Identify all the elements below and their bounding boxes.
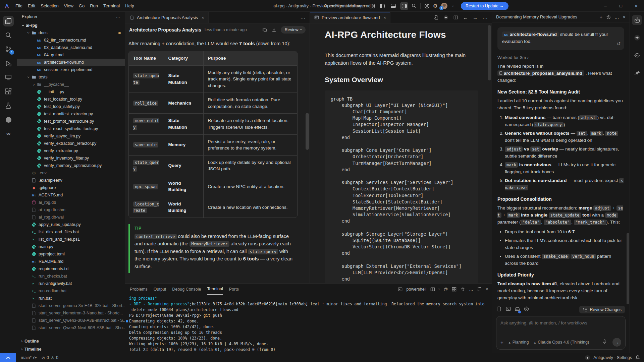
file-tree-item-test-react-synthetic-tools-py[interactable]: test_react_synthetic_tools.py: [17, 125, 125, 132]
launch-profile-chevron-icon[interactable]: ›: [437, 289, 441, 290]
preview-scrollbar[interactable]: [488, 25, 491, 80]
tab-close-icon[interactable]: ×: [383, 15, 386, 20]
maximize-button[interactable]: □: [613, 0, 629, 12]
terminal-tool-icon[interactable]: [506, 306, 511, 313]
close-agent-panel-icon[interactable]: ×: [623, 14, 626, 20]
preview-more-actions-icon[interactable]: …: [482, 14, 488, 20]
file-tree-item--env[interactable]: ⚙.env: [17, 169, 125, 177]
panel-more-actions-icon[interactable]: …: [469, 287, 473, 292]
copy-icon[interactable]: [262, 27, 267, 33]
menu-terminal[interactable]: Terminal: [101, 2, 122, 10]
close-window-button[interactable]: ×: [629, 0, 644, 12]
toggle-sidebar-left-icon[interactable]: [378, 2, 386, 10]
file-tree-item-start-server-nemotron-3-nano-bat-shortc-[interactable]: start_server_Nemotron-3-Nano.bat - Short…: [17, 309, 125, 317]
gem-agent-icon[interactable]: [443, 15, 448, 20]
file-tree-item--init-py[interactable]: __init__.py: [17, 88, 125, 96]
file-tree-item-verify-memory-optimization-py[interactable]: verify_memory_optimization.py: [17, 162, 125, 169]
add-context-icon[interactable]: +: [500, 340, 503, 345]
file-tree-item--gitignore[interactable]: ◆.gitignore: [17, 184, 125, 191]
run-debug-activity-icon[interactable]: [2, 56, 14, 70]
file-tree-item-ai-rpg-db-shm[interactable]: ai_rpg.db-shm: [17, 206, 125, 214]
panel-tab-debug-console[interactable]: Debug Console: [172, 284, 201, 295]
toggle-sidebar-right-icon[interactable]: [400, 2, 408, 10]
file-tree-item-verify-inventory-filter-py[interactable]: verify_inventory_filter.py: [17, 155, 125, 162]
send-button[interactable]: →: [612, 338, 621, 347]
file-tree-item-pyproject-toml[interactable]: pyproject.toml: [17, 250, 125, 258]
browser-icon[interactable]: [424, 3, 430, 9]
extension-infinity-icon[interactable]: ∞: [2, 127, 14, 141]
document-scrollbar[interactable]: [306, 113, 309, 150]
file-tree-item-run-bat[interactable]: >_run.bat: [17, 295, 125, 302]
menu-selection[interactable]: Selection: [38, 2, 61, 10]
restart-to-update-button[interactable]: Restart to Update →: [461, 2, 508, 10]
minimize-button[interactable]: –: [598, 0, 613, 12]
outline-section[interactable]: › Outline: [17, 337, 125, 345]
open-agent-manager-button[interactable]: Open Agent Manager: [324, 3, 365, 8]
antigravity-settings-label[interactable]: Antigravity - Settings: [593, 355, 632, 360]
agent-more-actions-icon[interactable]: …: [614, 14, 619, 20]
review-button[interactable]: Review›: [281, 26, 306, 34]
agent-input-box[interactable]: + ▲Planning ▲Claude Opus 4.6 (Thinking) …: [496, 316, 626, 350]
history-icon[interactable]: [606, 15, 611, 19]
model-selector[interactable]: ▲Claude Opus 4.6 (Thinking): [533, 340, 589, 345]
tab-architecture-proposals-analysis[interactable]: Architecture Proposals Analysis ×: [125, 12, 209, 23]
menu-help[interactable]: Help: [122, 2, 137, 10]
file-tree-item-02-llm-connectors-md[interactable]: M↓02_llm_connectors.md: [17, 37, 125, 44]
extensions-activity-icon[interactable]: [2, 84, 14, 99]
panel-tab-problems[interactable]: Problems: [130, 284, 148, 295]
file-tree-item-requirements-txt[interactable]: requirements.txt: [17, 265, 125, 273]
new-conversation-icon[interactable]: +: [600, 14, 602, 20]
explorer-more-actions-icon[interactable]: …: [116, 14, 120, 19]
file-tree-item-list-dirs-and-files-ps1[interactable]: >_list_dirs_and_files.ps1: [17, 236, 125, 243]
menu-run[interactable]: Run: [87, 2, 101, 10]
file-tree-item-architecture-flows-md[interactable]: M↓architecture-flows.md: [17, 59, 125, 66]
file-tree-item--exampleenv[interactable]: .exampleenv: [17, 177, 125, 184]
problems-status[interactable]: ⊘0 ⚠0: [41, 355, 58, 360]
assistant-robot-icon[interactable]: [632, 50, 642, 60]
file-tree-item-test-prompt-restructure-py[interactable]: test_prompt_restructure.py: [17, 118, 125, 125]
file-tree-item-verify-async-llm-py[interactable]: verify_async_llm.py: [17, 132, 125, 140]
split-editor-icon[interactable]: [453, 15, 458, 20]
download-icon[interactable]: [271, 27, 277, 33]
panel-tab-output[interactable]: Output: [154, 284, 166, 295]
file-tree-item-ai-rpg-db[interactable]: ai_rpg.db: [17, 199, 125, 206]
toggle-panel-icon[interactable]: [389, 2, 397, 10]
git-branch-status[interactable]: main*⟳: [21, 355, 37, 360]
maximize-panel-icon[interactable]: [477, 287, 482, 292]
file-tree-item-test-loop-safety-py[interactable]: test_loop_safety.py: [17, 103, 125, 110]
agent-robot-icon[interactable]: [632, 15, 642, 25]
menu-edit[interactable]: Edit: [25, 2, 38, 10]
source-control-activity-icon[interactable]: 1: [2, 42, 14, 56]
menu-view[interactable]: View: [61, 2, 76, 10]
at-mention-icon[interactable]: @: [444, 287, 448, 292]
file-tree-item-readme-md[interactable]: M↓README.md: [17, 258, 125, 265]
file-tree-item-run-antigravity-bat[interactable]: >_run-antigravity.bat: [17, 280, 125, 287]
kangaroo-icon[interactable]: [632, 67, 642, 77]
file-tree-item-start-server-qwen3-30b-a3b-instruct-bat-s-[interactable]: start_server_Qwen3-30B-A3B-instruct.bat …: [17, 317, 125, 324]
inbox-icon[interactable]: [515, 306, 520, 313]
file-tree-item-main-py[interactable]: main.py: [17, 243, 125, 250]
file-tree-item-list-dirs-and-files-bat[interactable]: >_list_dirs_and_files.bat: [17, 228, 125, 236]
kill-terminal-trash-icon[interactable]: [460, 287, 465, 292]
file-tree-item-session-zero-pipeline-md[interactable]: M↓session_zero_pipeline.md: [17, 66, 125, 73]
file-tree-item-run-codium-bat[interactable]: >_run-codium.bat: [17, 287, 125, 295]
folder-item-docs[interactable]: ›docs: [17, 29, 125, 37]
menu-go[interactable]: Go: [76, 2, 87, 10]
account-chevron-down-icon[interactable]: ›: [450, 3, 456, 9]
worked-duration-toggle[interactable]: Worked for 3m ›: [497, 55, 624, 60]
review-changes-button[interactable]: Review Changes: [579, 306, 625, 313]
file-tree-item-agents-md[interactable]: M↓AGENTS.md: [17, 191, 125, 199]
file-tree-item-ai-rpg-db-wal[interactable]: ai_rpg.db-wal: [17, 214, 125, 221]
microphone-icon[interactable]: [602, 339, 607, 345]
file-tree-item-start-server-gemma-3n-e4b-32k-bat-short-[interactable]: start_server_gemma-3n-E4B_32k.bat - Shor…: [17, 302, 125, 309]
extension-circle-icon[interactable]: [2, 113, 14, 127]
folder-item-tests[interactable]: ›tests: [17, 73, 125, 81]
undo-icon[interactable]: ↺: [616, 40, 621, 48]
file-tree-item-apply-rules-update-py[interactable]: apply_rules_update.py: [17, 221, 125, 228]
file-tree-item-03-database-schema-md[interactable]: M↓03_database_schema.md: [17, 44, 125, 51]
gem-icon[interactable]: [632, 33, 642, 43]
timeline-section[interactable]: › Timeline: [17, 345, 125, 353]
attach-file-icon[interactable]: [497, 306, 502, 313]
file-tree-item-verify-extractor-py[interactable]: verify_extractor.py: [17, 147, 125, 155]
file-tree-item-start-server-qwen3-next-80b-a3b-bat-sho-[interactable]: start_server_Qwen3-Next-80B-A3B.bat - Sh…: [17, 324, 125, 331]
